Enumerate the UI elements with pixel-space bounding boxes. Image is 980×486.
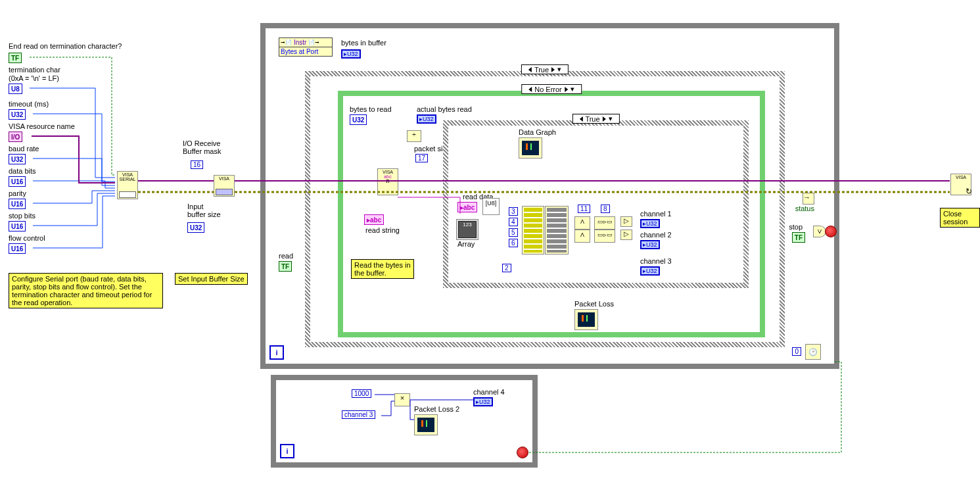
status-label: status [795,205,814,212]
case-inner-true: True▾ Data Graph read data ▸abc [U8] 123… [443,120,749,288]
visa-res-label: VISA resource name [9,122,75,130]
end-read-terminal[interactable]: TF [9,53,22,63]
read-label: read [279,252,293,260]
const-1000[interactable]: 1000 [352,389,371,398]
timeout-terminal[interactable]: U32 [9,109,26,120]
idx-6[interactable]: 6 [509,239,518,247]
divide-node[interactable]: ÷ [407,130,421,142]
io-buf-mask-label: I/O Receive Buffer mask [183,139,222,155]
idx-11[interactable]: 11 [578,205,590,213]
baud-terminal[interactable]: U32 [9,154,26,164]
visa-property-node[interactable]: ➞📄 Instr 📄➞ Bytes at Port [279,37,333,57]
idx-3[interactable]: 3 [509,207,518,216]
packet-loss-2-label: Packet Loss 2 [414,405,459,413]
parity-terminal[interactable]: U16 [9,199,26,209]
main-while-loop: i 0 🕑 ➞📄 Instr 📄➞ Bytes at Port bytes in… [260,23,839,369]
databits-terminal[interactable]: U16 [9,176,26,187]
ch1-ind: ▸U32 [640,219,660,228]
ch2-ind: ▸U32 [640,240,660,249]
io-buf-mask-const[interactable]: 16 [191,160,203,169]
read-bytes-comment: Read the bytes in the buffer. [351,259,414,279]
unbundle-status-node[interactable]: → [803,193,814,205]
secondary-while-loop: i 1000 channel 3 × Packet Loss 2 channel… [271,375,538,468]
read-terminal[interactable]: TF [279,261,292,272]
multiply-node[interactable]: × [394,393,410,406]
read-string-label: read string [365,226,400,234]
bytes-to-read-terminal[interactable]: U32 [350,114,367,125]
while-loop-iterator: i [269,345,284,360]
ch4-label: channel 4 [473,388,505,396]
visa-res-terminal[interactable]: I/O [9,132,22,142]
case-noerror: No Error▾ bytes to read U32 actual bytes… [338,91,765,337]
read-data-terminal: ▸abc [457,202,477,212]
index-array-node[interactable] [522,206,544,255]
baud-label: baud rate [9,145,39,153]
loop-stop-condition[interactable] [825,226,837,237]
data-graph-label: Data Graph [519,128,556,136]
databits-label: data bits [9,167,36,175]
timeout-label: timeout (ms) [9,100,49,108]
configure-comment: Configure Serial port (baud rate, data b… [9,273,163,308]
idx-2[interactable]: 2 [502,264,511,272]
data-graph-indicator [519,137,542,158]
stopbits-label: stop bits [9,212,35,220]
array-constant[interactable]: 123 [456,219,478,240]
visa-serial-config-node[interactable]: VISASERIAL [117,171,138,199]
stop-terminal[interactable]: TF [792,232,805,243]
ch3-ind: ▸U32 [640,266,660,276]
input-buf-size-label: Input buffer size [187,203,221,218]
ch1-label: channel 1 [640,210,672,218]
secondary-stop-condition[interactable] [517,447,528,458]
packet-size-const[interactable]: 17 [415,154,428,162]
join-b[interactable]: Λ [574,230,590,243]
close-session-comment: Close session [940,208,980,228]
shift-a[interactable]: ▭▹▭ [594,216,615,230]
set-buffer-comment: Set Input Buffer Size [175,273,248,285]
zero-const[interactable]: 0 [792,347,801,356]
case-outer-true: True▾ No Error▾ bytes to read U32 actual… [305,71,785,347]
wait-ms-node[interactable]: 🕑 [805,344,821,360]
read-string-terminal: ▸abc [364,214,384,225]
packet-loss-label: Packet Loss [574,300,614,308]
packet-loss-2-indicator [414,414,438,435]
visa-set-buffer-node[interactable]: VISA [214,175,235,197]
parity-label: parity [9,189,26,197]
bytes-to-read-label: bytes to read [350,105,392,113]
stop-label: stop [789,223,803,231]
case-noerror-selector[interactable]: No Error▾ [521,84,582,94]
case-outer-selector[interactable]: True▾ [521,64,569,74]
actual-bytes-read-label: actual bytes read [417,105,472,113]
shift-b[interactable]: ▭▹▭ [594,230,615,243]
flowctrl-label: flow control [9,234,45,242]
bytes-in-buffer-indicator: ▸U32 [341,49,361,59]
stopbits-terminal[interactable]: U16 [9,221,26,231]
visa-read-node[interactable]: VISAabcR [377,168,398,195]
end-read-label: End read on termination character? [9,42,122,50]
actual-bytes-read-indicator: ▸U32 [417,114,436,124]
local-ch3[interactable]: channel 3 [342,410,375,419]
ch3-label: channel 3 [640,257,672,265]
flowctrl-terminal[interactable]: U16 [9,243,26,254]
array-label: Array [457,240,475,248]
input-buf-size-terminal[interactable]: U32 [187,222,204,233]
term-char-label1: termination char [9,66,60,74]
idx-4[interactable]: 4 [509,218,518,226]
string-to-u8array-node[interactable]: [U8] [482,198,500,215]
or-gate[interactable]: V [813,226,826,237]
term-char-label2: (0xA = '\n' = LF) [9,74,59,82]
visa-close-node[interactable]: VISA↻ [950,174,971,195]
idx-5[interactable]: 5 [509,228,518,237]
cluster-bundle-node[interactable] [545,206,569,255]
term-char-terminal[interactable]: U8 [9,84,22,94]
join-a[interactable]: Λ [574,216,590,230]
case-inner-selector[interactable]: True▾ [572,114,619,124]
convert-a[interactable]: ▷ [620,216,632,227]
secondary-iterator: i [280,444,294,458]
convert-b[interactable]: ▷ [620,230,632,240]
packet-loss-indicator [574,309,598,330]
bytes-in-buffer-label: bytes in buffer [341,39,386,47]
ch2-label: channel 2 [640,231,672,239]
idx-8[interactable]: 8 [601,205,610,213]
ch4-indicator: ▸U32 [473,397,493,406]
